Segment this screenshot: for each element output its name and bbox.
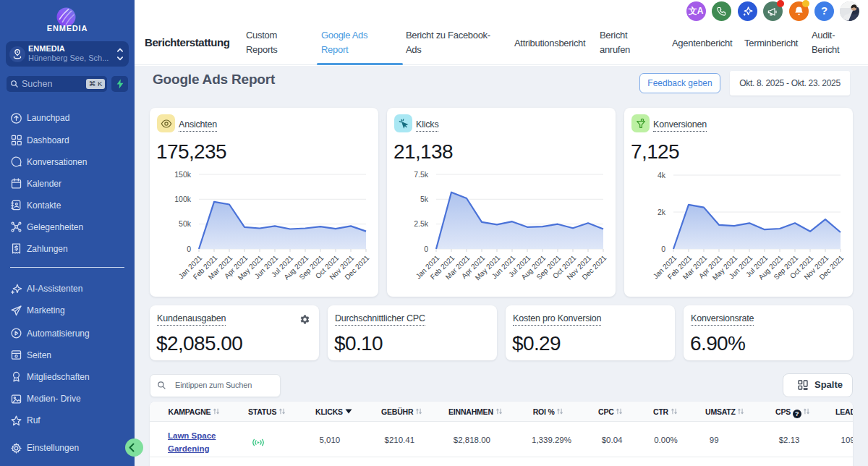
svg-text:0: 0 [424, 245, 428, 253]
svg-text:0: 0 [187, 245, 191, 253]
svg-text:100k: 100k [174, 195, 192, 203]
svg-text:2k: 2k [658, 208, 666, 216]
svg-text:150k: 150k [174, 170, 192, 179]
svg-text:0: 0 [661, 245, 665, 253]
svg-text:5k: 5k [420, 195, 429, 203]
svg-text:50k: 50k [179, 219, 192, 228]
svg-text:2.5k: 2.5k [414, 219, 429, 228]
svg-text:7.5k: 7.5k [414, 170, 429, 179]
svg-text:4k: 4k [658, 171, 666, 179]
